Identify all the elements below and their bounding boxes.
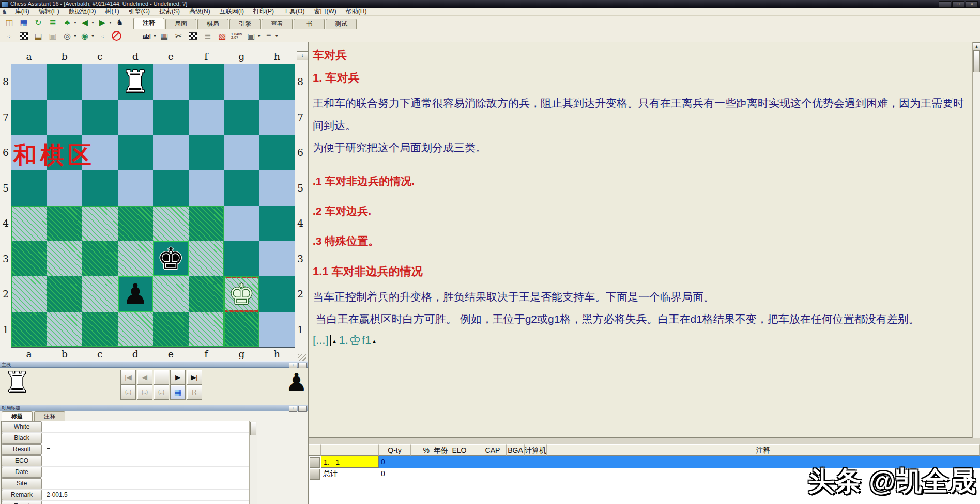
stats-header-cell[interactable]: Q-ty — [379, 444, 411, 456]
minimize-button[interactable]: ─ — [939, 1, 951, 8]
save-position-icon[interactable]: ▤ — [32, 29, 45, 42]
square-d7[interactable] — [118, 100, 154, 135]
stats-header-cell[interactable]: BGA — [507, 444, 525, 456]
menu-item[interactable]: 帮助(H) — [341, 8, 372, 15]
square-b1[interactable] — [47, 312, 83, 348]
calculator-icon[interactable]: ▦ — [158, 29, 171, 42]
square-a4[interactable] — [11, 206, 47, 241]
square-h8[interactable] — [259, 64, 295, 100]
square-h4[interactable] — [259, 206, 295, 241]
square-a1[interactable] — [11, 312, 47, 348]
square-c8[interactable] — [82, 64, 118, 100]
square-b5[interactable] — [47, 170, 83, 206]
delete-layers-icon[interactable]: ▧ — [216, 29, 229, 42]
games-table-icon[interactable]: ▦ — [17, 17, 30, 29]
stats-header-cell[interactable]: % 年份 ELO — [411, 444, 479, 456]
square-d8[interactable]: ♜ — [118, 64, 154, 100]
square-d6[interactable] — [118, 135, 154, 170]
scrollbar-thumb[interactable] — [973, 51, 980, 72]
square-g4[interactable] — [224, 206, 259, 241]
square-g8[interactable] — [224, 64, 259, 100]
position-setup-icon[interactable]: ♞ — [113, 17, 127, 29]
square-h6[interactable] — [259, 135, 295, 170]
menu-item[interactable]: 互联网(I) — [215, 8, 249, 15]
move-line[interactable]: [...]▲ 1.♔f1▲ — [313, 332, 968, 348]
square-f4[interactable] — [189, 206, 224, 241]
square-c3[interactable] — [82, 241, 118, 277]
square-a2[interactable] — [11, 276, 47, 312]
close-button[interactable]: × — [966, 1, 978, 8]
menu-item[interactable]: 窗口(W) — [309, 8, 341, 15]
notation-table-button[interactable]: ▦ — [170, 385, 186, 400]
replay-button[interactable]: R — [187, 385, 202, 400]
annotate-text-icon[interactable]: ab| — [140, 29, 154, 42]
square-h3[interactable] — [259, 241, 295, 277]
square-e5[interactable] — [153, 170, 189, 206]
back-icon[interactable]: ◀ — [78, 17, 91, 29]
form-value-result[interactable]: = — [42, 444, 249, 455]
annotation-scrollbar[interactable]: ▲ — [972, 42, 980, 438]
dropdown-arrow-icon[interactable]: ▼ — [109, 21, 112, 24]
tab-注释[interactable]: 注释 — [133, 18, 164, 29]
square-g3[interactable] — [224, 241, 259, 277]
square-g2[interactable]: ♚ — [224, 276, 259, 312]
square-a7[interactable] — [11, 100, 47, 135]
square-f6[interactable] — [189, 135, 224, 170]
form-value-black[interactable] — [42, 433, 249, 444]
annotation-text[interactable]: 车对兵1. 车对兵王和车的联合努力下通常很容易消除敌方的兵，阻止其到达升变格。只… — [309, 42, 973, 438]
square-e7[interactable] — [153, 100, 189, 135]
square-h1[interactable] — [259, 312, 295, 348]
open-database-icon[interactable]: ◫ — [3, 17, 16, 29]
square-f7[interactable] — [189, 100, 224, 135]
square-b8[interactable] — [47, 64, 83, 100]
scroll-up-icon[interactable]: ▲ — [973, 42, 980, 51]
square-c7[interactable] — [82, 100, 118, 135]
menu-item[interactable]: 引擎(G) — [124, 8, 155, 15]
square-d4[interactable] — [118, 206, 154, 241]
stats-header-cell[interactable]: 注释 — [547, 444, 980, 456]
square-e8[interactable] — [153, 64, 189, 100]
square-g7[interactable] — [224, 100, 259, 135]
square-b4[interactable] — [47, 206, 83, 241]
cut-icon[interactable]: ✂ — [172, 29, 186, 42]
tree-dots-icon[interactable]: ·: — [96, 29, 109, 42]
snapshot-icon[interactable]: ▣ — [244, 29, 258, 42]
stats-name-cell[interactable]: 1. 1 — [321, 456, 379, 468]
square-d5[interactable] — [118, 170, 154, 206]
dropdown-arrow-icon[interactable]: ▼ — [275, 34, 279, 38]
refresh-database-icon[interactable]: ↻ — [32, 17, 45, 29]
chess-board[interactable]: ♜♚♟♚和棋区 — [11, 64, 295, 347]
form-value-site[interactable] — [42, 478, 249, 489]
menu-item[interactable]: 打印(P) — [249, 8, 279, 15]
square-b2[interactable] — [47, 276, 83, 312]
menu-item[interactable]: 树(T) — [100, 8, 124, 15]
square-g5[interactable] — [224, 170, 259, 206]
menu-item[interactable]: 编辑(E) — [34, 8, 64, 15]
current-move-button[interactable] — [154, 370, 169, 385]
search-icon[interactable]: ◎ — [60, 29, 74, 42]
form-value-white[interactable] — [42, 421, 249, 432]
dropdown-arrow-icon[interactable]: ▼ — [91, 34, 95, 38]
tab-引擎[interactable]: 引擎 — [229, 19, 261, 29]
dropdown-arrow-icon[interactable]: ▼ — [91, 21, 95, 24]
next-move-button[interactable]: ▶ — [170, 370, 186, 385]
square-h5[interactable] — [259, 170, 295, 206]
tab-棋局[interactable]: 棋局 — [197, 19, 228, 29]
board-scroll-button[interactable]: ↓ — [297, 51, 308, 60]
mini-board-icon[interactable] — [17, 29, 30, 42]
form-value-event[interactable] — [42, 501, 249, 504]
square-f5[interactable] — [189, 170, 224, 206]
square-a3[interactable] — [11, 241, 47, 277]
square-c4[interactable] — [82, 206, 118, 241]
notes-icon[interactable]: ≡ — [262, 29, 275, 42]
list-gray-icon[interactable]: ≣ — [201, 29, 215, 42]
tab-书[interactable]: 书 — [294, 19, 325, 29]
menu-item[interactable]: 数据组(D) — [64, 8, 101, 15]
menu-item[interactable]: 库(B) — [10, 8, 34, 15]
dropdown-arrow-icon[interactable]: ▼ — [73, 21, 77, 24]
stats-header-cell[interactable] — [321, 444, 379, 456]
square-f1[interactable] — [189, 312, 224, 348]
menu-item[interactable]: 高级(N) — [185, 8, 215, 15]
square-b7[interactable] — [47, 100, 83, 135]
variation-enter-button[interactable]: (..) — [137, 385, 152, 400]
